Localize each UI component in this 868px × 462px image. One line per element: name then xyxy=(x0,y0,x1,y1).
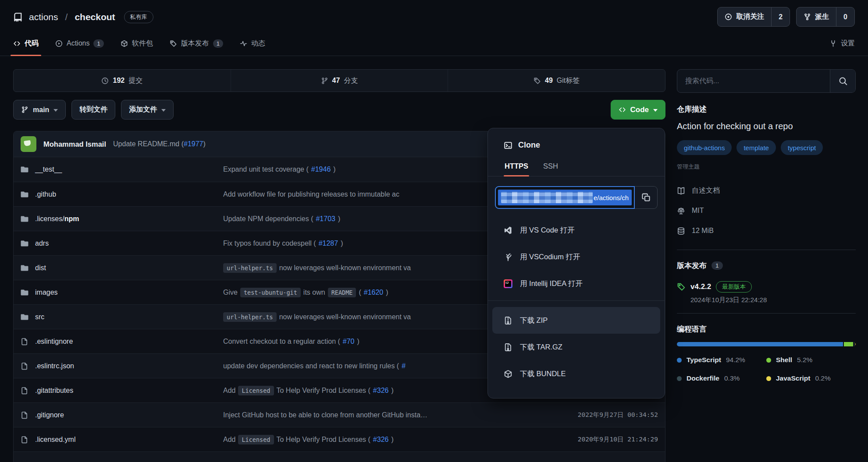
meta-item[interactable]: MIT xyxy=(677,201,856,221)
release-version-link[interactable]: v4.2.2 xyxy=(690,282,711,291)
message-text: ) xyxy=(338,215,340,223)
menu-item[interactable]: IJ用 Intellij IDEA 打开 xyxy=(492,270,660,297)
language-legend-item: JavaScript 0.2% xyxy=(766,374,856,382)
meta-item[interactable]: 自述文档 xyxy=(677,180,856,201)
message-text: ) xyxy=(386,289,388,296)
repo-owner-link[interactable]: actions xyxy=(29,12,58,22)
file-link[interactable]: images xyxy=(35,289,58,296)
file-name-cell: .gitattributes xyxy=(21,387,223,395)
pr-link[interactable]: # xyxy=(402,362,406,370)
goto-file-button[interactable]: 转到文件 xyxy=(71,100,115,120)
fork-button-group: 派生 0 xyxy=(796,7,855,27)
topic-pill[interactable]: github-actions xyxy=(677,140,732,155)
pr-link[interactable]: #1703 xyxy=(316,215,335,223)
tab-动态[interactable]: 动态 xyxy=(240,31,265,56)
file-link[interactable]: __test__ xyxy=(35,166,62,173)
menu-item[interactable]: 下载 BUNDLE xyxy=(492,360,660,387)
file-link[interactable]: .licensed.yml xyxy=(35,436,75,444)
pr-link[interactable]: #1946 xyxy=(311,166,331,173)
commit-message-cell: AddLicensedTo Help Verify Prod Licenses … xyxy=(223,386,519,395)
tab-软件包[interactable]: 软件包 xyxy=(121,31,153,56)
message-text: Add xyxy=(223,436,235,444)
menu-item[interactable]: 用 VSCodium 打开 xyxy=(492,243,660,270)
language-dot-icon xyxy=(766,358,771,363)
pr-link[interactable]: #326 xyxy=(373,387,389,395)
pr-link[interactable]: #70 xyxy=(343,338,355,346)
code-button[interactable]: Code xyxy=(611,100,666,120)
clone-url-input[interactable]: e/actions/ch xyxy=(495,186,635,209)
file-link[interactable]: .gitignore xyxy=(35,411,64,419)
pr-link[interactable]: #1287 xyxy=(319,240,338,247)
clone-title: Clone xyxy=(518,141,540,150)
file-link[interactable]: dist xyxy=(35,264,46,272)
message-text: ) xyxy=(341,240,343,247)
package-icon xyxy=(504,370,512,378)
pr-link[interactable]: #326 xyxy=(373,436,389,444)
avatar[interactable] xyxy=(21,136,36,152)
search-input[interactable] xyxy=(677,70,830,92)
tab-settings[interactable]: 设置 xyxy=(829,31,855,56)
releases-heading[interactable]: 版本发布 xyxy=(677,261,707,271)
language-dot-icon xyxy=(677,376,682,381)
clone-tab-SSH[interactable]: SSH xyxy=(542,158,559,176)
tab-label: 动态 xyxy=(251,39,265,48)
copy-url-button[interactable] xyxy=(635,186,658,209)
repo-name-link[interactable]: checkout xyxy=(75,12,115,22)
search-button[interactable] xyxy=(830,70,855,92)
tab-Actions[interactable]: Actions 1 xyxy=(55,31,104,56)
file-toolbar: main 转到文件 添加文件 Code xyxy=(13,100,665,120)
add-file-label: 添加文件 xyxy=(129,105,157,114)
commit-message-cell: url-helper.tsnow leverages well-known en… xyxy=(223,312,519,322)
pr-link[interactable]: #1620 xyxy=(364,289,384,296)
file-link[interactable]: adrs xyxy=(35,240,49,247)
file-link[interactable]: .eslintrc.json xyxy=(35,362,74,370)
repo-title-separator: / xyxy=(65,12,68,22)
commit-date-cell: 2022年9月27日 00:34:52 xyxy=(519,411,658,419)
tab-版本发布[interactable]: 版本发布 1 xyxy=(170,31,223,56)
menu-item[interactable]: 用 VS Code 打开 xyxy=(492,217,660,243)
file-link[interactable]: .licenses/npm xyxy=(35,215,79,223)
stat-分支[interactable]: 47 分支 xyxy=(231,70,448,92)
message-text: ) xyxy=(391,436,393,444)
commit-message-cell: update dev dependencies and react to new… xyxy=(223,362,519,370)
releases-heading-row: 版本发布 1 xyxy=(677,261,856,271)
file-link[interactable]: .eslintignore xyxy=(35,338,73,346)
file-link[interactable]: src xyxy=(35,313,44,321)
menu-item[interactable]: 下载 ZIP xyxy=(492,307,660,334)
stat-提交[interactable]: 192 提交 xyxy=(14,70,231,92)
manage-topics-link[interactable]: 管理主题 xyxy=(677,163,856,171)
release-row: v4.2.2 最新版本 xyxy=(677,281,856,293)
eye-icon xyxy=(725,13,732,21)
message-text: Add workflow file for publishing release… xyxy=(223,190,399,198)
topic-pill[interactable]: template xyxy=(736,140,776,155)
file-link[interactable]: .github xyxy=(35,190,56,198)
tab-count-badge: 1 xyxy=(213,39,223,48)
stat-Git标签[interactable]: 49 Git标签 xyxy=(448,70,665,92)
content: 192 提交 47 分支 49 Git标签 main 转到文件 添加文件 xyxy=(0,56,868,462)
meta-item[interactable]: 12 MiB xyxy=(677,221,856,241)
commit-author[interactable]: Mohammad Ismail xyxy=(43,140,106,148)
file-name-cell: dist xyxy=(21,264,223,272)
folder-icon xyxy=(21,240,28,247)
topic-pill[interactable]: typescript xyxy=(781,140,823,155)
add-file-button[interactable]: 添加文件 xyxy=(121,100,174,120)
branch-selector[interactable]: main xyxy=(13,100,66,120)
file-link[interactable]: .gitattributes xyxy=(35,387,73,395)
commit-pr-link[interactable]: #1977 xyxy=(184,140,203,148)
file-name-cell: adrs xyxy=(21,240,223,247)
watchers-count[interactable]: 2 xyxy=(771,7,790,26)
intellij-icon: IJ xyxy=(504,279,512,288)
tab-代码[interactable]: 代码 xyxy=(13,31,39,56)
unwatch-button[interactable]: 取消关注 xyxy=(718,7,771,26)
clone-tab-HTTPS[interactable]: HTTPS xyxy=(504,158,529,176)
language-segment xyxy=(844,342,853,346)
language-pct: 0.3% xyxy=(724,374,740,382)
forks-count[interactable]: 0 xyxy=(836,7,854,26)
menu-item[interactable]: 下载 TAR.GZ xyxy=(492,334,660,360)
commit-message-text: Update README.md ( xyxy=(113,140,184,148)
fork-button[interactable]: 派生 xyxy=(797,7,836,26)
file-name-cell: __test__ xyxy=(21,166,223,173)
file-icon xyxy=(21,387,28,395)
file-name-cell: src xyxy=(21,313,223,321)
package-icon xyxy=(121,40,128,47)
